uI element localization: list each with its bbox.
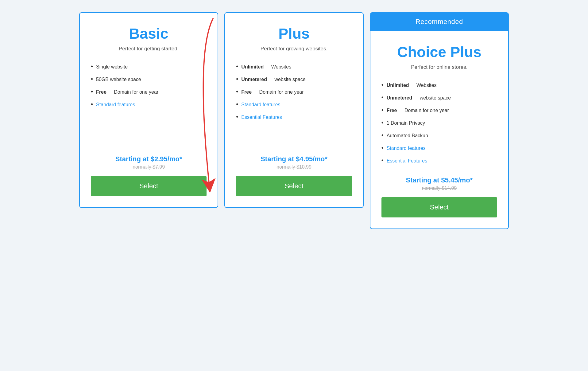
basic-feature-4: Standard features: [91, 101, 207, 108]
choice-plus-feature-7: Essential Features: [381, 157, 497, 164]
plus-plan-name: Plus: [236, 25, 352, 42]
basic-plan-body: Basic Perfect for getting started. Singl…: [80, 13, 218, 207]
basic-feature-3: Free Domain for one year: [91, 88, 207, 95]
plus-feature-2: Unmetered website space: [236, 76, 352, 83]
plus-select-button[interactable]: Select: [236, 176, 352, 196]
plus-plan-price: Starting at $4.95/mo*: [236, 155, 352, 163]
choice-plus-plan-normal-price: normally $14.99: [381, 186, 497, 191]
plus-plan-body: Plus Perfect for growing websites. Unlim…: [225, 13, 363, 207]
choice-plus-feature-6: Standard features: [381, 144, 497, 151]
choice-plus-plan-body: Choice Plus Perfect for online stores. U…: [370, 31, 508, 228]
basic-plan-normal-price: normally $7.99: [91, 164, 207, 170]
choice-plus-plan-features: Unlimited Websites Unmetered website spa…: [381, 81, 497, 164]
choice-plus-select-button[interactable]: Select: [381, 197, 497, 217]
choice-plus-feature-5: Automated Backup: [381, 132, 497, 139]
pricing-container: Basic Perfect for getting started. Singl…: [79, 12, 509, 229]
choice-plus-feature-3: Free Domain for one year: [381, 107, 497, 114]
plus-feature-1: Unlimited Websites: [236, 63, 352, 70]
plus-plan-normal-price: normally $10.99: [236, 164, 352, 170]
plus-plan-features: Unlimited Websites Unmetered website spa…: [236, 63, 352, 143]
recommended-badge: Recommended: [370, 12, 508, 31]
basic-plan-name: Basic: [91, 25, 207, 42]
plus-feature-4: Standard features: [236, 101, 352, 108]
basic-plan-pricing: Starting at $2.95/mo* normally $7.99: [91, 155, 207, 170]
basic-select-button[interactable]: Select: [91, 176, 207, 196]
plus-plan-card: Plus Perfect for growing websites. Unlim…: [224, 12, 363, 208]
plus-feature-5: Essential Features: [236, 113, 352, 120]
choice-plus-plan-tagline: Perfect for online stores.: [381, 64, 497, 70]
choice-plus-plan-name: Choice Plus: [381, 44, 497, 61]
choice-plus-feature-2: Unmetered website space: [381, 94, 497, 101]
basic-plan-tagline: Perfect for getting started.: [91, 46, 207, 52]
basic-plan-card: Basic Perfect for getting started. Singl…: [79, 12, 218, 208]
choice-plus-feature-1: Unlimited Websites: [381, 81, 497, 88]
basic-plan-features: Single website 50GB website space Free D…: [91, 63, 207, 143]
plus-feature-3: Free Domain for one year: [236, 88, 352, 95]
basic-plan-price: Starting at $2.95/mo*: [91, 155, 207, 163]
choice-plus-plan-pricing: Starting at $5.45/mo* normally $14.99: [381, 176, 497, 191]
plus-plan-tagline: Perfect for growing websites.: [236, 46, 352, 52]
choice-plus-feature-4: 1 Domain Privacy: [381, 119, 497, 126]
basic-feature-2: 50GB website space: [91, 76, 207, 83]
choice-plus-plan-price: Starting at $5.45/mo*: [381, 176, 497, 184]
plus-plan-pricing: Starting at $4.95/mo* normally $10.99: [236, 155, 352, 170]
basic-feature-1: Single website: [91, 63, 207, 70]
choice-plus-plan-card: Recommended Choice Plus Perfect for onli…: [370, 12, 509, 229]
